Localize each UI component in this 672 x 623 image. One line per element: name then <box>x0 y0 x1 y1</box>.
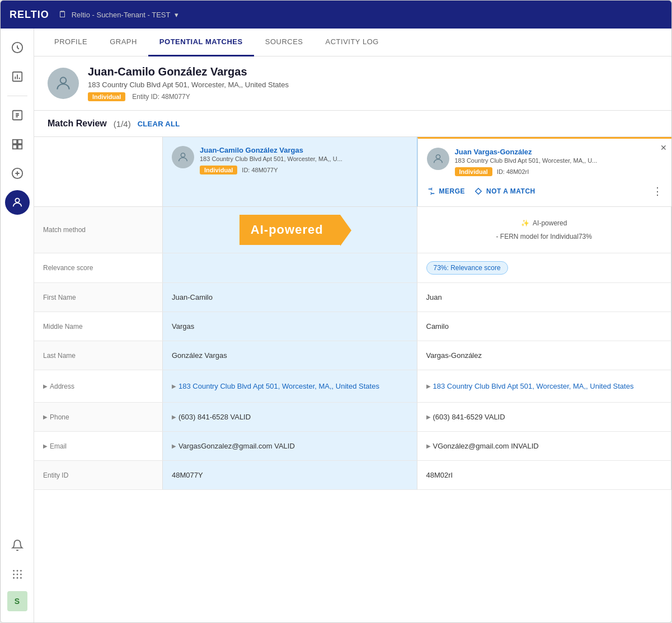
email-right-expand-icon[interactable]: ▶ <box>426 443 431 449</box>
content-area: PROFILE GRAPH POTENTIAL MATCHES SOURCES … <box>34 29 671 622</box>
sidebar-item-profile[interactable] <box>5 190 30 215</box>
row-relevance-score: Relevance score 73%: Relevance score <box>34 253 671 283</box>
tab-sources[interactable]: SOURCES <box>254 29 314 56</box>
cell-middle-name-right: Camilo <box>417 312 672 341</box>
row-email: ▶ Email ▶ VargasGonzalez@gmail.com VALID… <box>34 432 671 461</box>
cell-address-left: ▶ 183 Country Club Blvd Apt 501, Worcest… <box>163 370 417 402</box>
sidebar-item-notifications[interactable] <box>5 533 30 558</box>
avatar <box>48 68 79 99</box>
row-match-method: Match method AI-powered ✨ AI-powered - F… <box>34 207 671 253</box>
right-card-info: Juan Vargas-González 183 Country Club Bl… <box>455 148 598 176</box>
tenant-selector[interactable]: 🗒 Reltio - Suchen-Tenant - TEST ▾ <box>58 10 179 20</box>
left-card-id: ID: 48M077Y <box>242 167 278 173</box>
svg-point-19 <box>181 153 185 157</box>
left-card-name: Juan-Camilo González Vargas <box>200 146 342 154</box>
right-card-badge: Individual <box>455 167 492 176</box>
left-card-avatar <box>172 146 194 168</box>
merge-button[interactable]: MERGE <box>427 187 466 196</box>
profile-address: 183 Country Club Blvd Apt 501, Worcester… <box>88 81 289 89</box>
sidebar-item-grid[interactable] <box>5 132 30 157</box>
svg-point-8 <box>15 199 19 202</box>
cell-middle-name-left: Vargas <box>163 312 417 341</box>
right-card-avatar <box>427 148 449 170</box>
tab-profile[interactable]: PROFILE <box>43 29 98 56</box>
sidebar: S <box>1 29 34 622</box>
email-left-value: VargasGonzalez@gmail.com VALID <box>178 442 295 450</box>
profile-header: Juan-Camilo González Vargas 183 Country … <box>34 56 671 111</box>
tenant-icon: 🗒 <box>58 10 67 20</box>
tenant-name: Reltio - Suchen-Tenant - TEST <box>72 11 171 19</box>
left-card-info: Juan-Camilo González Vargas 183 Country … <box>200 146 342 174</box>
ai-powered-arrow: AI-powered <box>239 215 340 245</box>
svg-rect-6 <box>17 145 21 149</box>
match-review-title: Match Review <box>48 119 107 129</box>
left-card-address: 183 Country Club Blvd Apt 501, Worcester… <box>200 155 342 162</box>
right-card-address: 183 Country Club Blvd Apt 501, Worcester… <box>455 157 598 164</box>
cell-address-right: ▶ 183 Country Club Blvd Apt 501, Worcest… <box>417 370 672 402</box>
phone-left-value: (603) 841-6528 VALID <box>178 413 251 421</box>
email-left-expand-icon[interactable]: ▶ <box>172 443 176 449</box>
top-bar: RELTIO 🗒 Reltio - Suchen-Tenant - TEST ▾ <box>1 1 671 29</box>
cell-match-method-right: ✨ AI-powered - FERN model for Individual… <box>417 207 672 253</box>
row-address: ▶ Address ▶ 183 Country Club Blvd Apt 50… <box>34 370 671 403</box>
svg-point-12 <box>13 574 15 575</box>
svg-rect-3 <box>12 140 16 144</box>
sidebar-item-dashboard[interactable] <box>5 35 30 60</box>
right-card-id: ID: 48M02rI <box>497 168 529 175</box>
sidebar-item-apps[interactable] <box>5 562 30 587</box>
row-phone: ▶ Phone ▶ (603) 841-6528 VALID ▶ (603) 8… <box>34 403 671 432</box>
label-middle-name: Middle Name <box>34 312 163 341</box>
svg-rect-5 <box>12 145 16 149</box>
label-email: ▶ Email <box>34 432 163 460</box>
tenant-dropdown-icon: ▾ <box>175 11 178 19</box>
action-buttons: MERGE NOT A MATCH ⋮ <box>427 181 663 197</box>
logo: RELTIO <box>10 9 49 21</box>
phone-right-value: (603) 841-6529 VALID <box>433 413 505 421</box>
tab-potential-matches[interactable]: POTENTIAL MATCHES <box>148 29 254 56</box>
right-card-header: Juan Vargas-González 183 Country Club Bl… <box>427 148 663 176</box>
sidebar-item-search[interactable] <box>5 103 30 128</box>
sidebar-item-analytics[interactable] <box>5 64 30 89</box>
comparison-area: Juan-Camilo González Vargas 183 Country … <box>34 137 671 622</box>
email-right-value: VGonzález@gmail.com INVALID <box>433 442 539 450</box>
more-options-button[interactable]: ⋮ <box>652 185 662 197</box>
address-left-expand-icon[interactable]: ▶ <box>172 383 176 389</box>
profile-badge: Individual <box>88 92 125 101</box>
tab-graph[interactable]: GRAPH <box>98 29 148 56</box>
phone-right-expand-icon[interactable]: ▶ <box>426 414 431 420</box>
cell-relevance-score-left <box>163 253 417 282</box>
sidebar-item-add[interactable] <box>5 161 30 186</box>
svg-point-11 <box>20 570 22 572</box>
cell-last-name-right: Vargas-González <box>417 341 672 370</box>
left-card-badge: Individual <box>200 166 237 174</box>
svg-point-10 <box>16 570 18 572</box>
svg-point-14 <box>20 574 22 575</box>
left-match-card: Juan-Camilo González Vargas 183 Country … <box>163 137 417 206</box>
profile-info: Juan-Camilo González Vargas 183 Country … <box>88 65 289 101</box>
phone-expand-icon[interactable]: ▶ <box>43 414 48 420</box>
clear-all-button[interactable]: CLEAR ALL <box>138 120 180 128</box>
address-right-expand-icon[interactable]: ▶ <box>426 383 431 389</box>
right-card-meta: Individual ID: 48M02rI <box>455 167 598 176</box>
label-first-name: First Name <box>34 283 163 312</box>
cell-phone-left: ▶ (603) 841-6528 VALID <box>163 403 417 431</box>
tab-activity-log[interactable]: ACTIVITY LOG <box>314 29 390 56</box>
address-expand-icon[interactable]: ▶ <box>43 383 48 389</box>
svg-point-15 <box>13 577 15 579</box>
label-relevance-score: Relevance score <box>34 253 163 282</box>
address-right-value[interactable]: 183 Country Club Blvd Apt 501, Worcester… <box>433 382 634 390</box>
right-card-name: Juan Vargas-González <box>455 148 598 156</box>
close-button[interactable]: ✕ <box>660 143 667 152</box>
svg-point-9 <box>13 570 15 572</box>
user-avatar-initial[interactable]: S <box>7 591 27 611</box>
email-expand-icon[interactable]: ▶ <box>43 443 48 449</box>
cell-email-right: ▶ VGonzález@gmail.com INVALID <box>417 432 672 460</box>
not-a-match-button[interactable]: NOT A MATCH <box>474 187 535 196</box>
phone-left-expand-icon[interactable]: ▶ <box>172 414 176 420</box>
cell-entity-id-right: 48M02rI <box>417 461 672 489</box>
svg-point-13 <box>16 574 18 575</box>
address-left-value[interactable]: 183 Country Club Blvd Apt 501, Worcester… <box>178 382 379 390</box>
cell-last-name-left: González Vargas <box>163 341 417 370</box>
label-last-name: Last Name <box>34 341 163 370</box>
label-match-method: Match method <box>34 207 163 253</box>
